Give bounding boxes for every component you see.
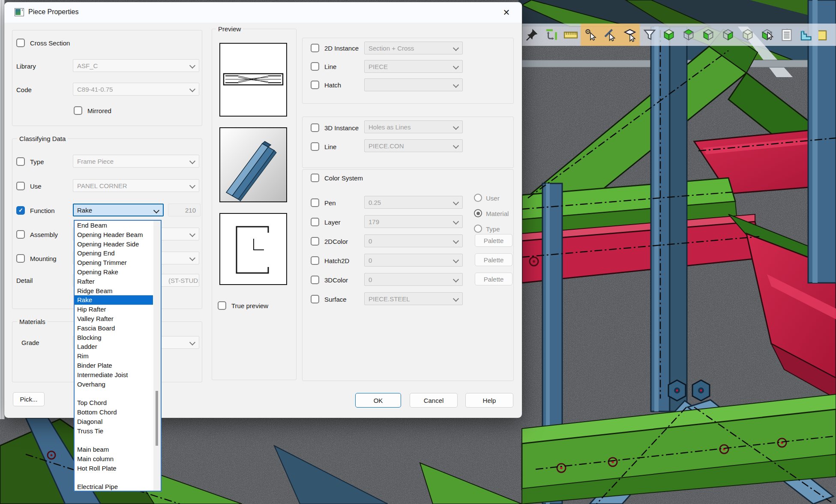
function-option[interactable]: Ridge Beam — [75, 286, 153, 296]
cancel-button[interactable]: Cancel — [410, 393, 458, 408]
palette-3dcolor-button[interactable]: Palette — [475, 273, 512, 285]
function-option[interactable]: Diagonal — [75, 417, 153, 426]
3dcolor-select[interactable]: 0 — [364, 273, 463, 286]
hatch-checkbox[interactable] — [311, 81, 319, 89]
type-select[interactable]: Frame Piece — [73, 155, 199, 168]
clipped-tool-icon[interactable] — [816, 24, 836, 46]
function-option[interactable] — [75, 473, 153, 483]
cube-top-icon[interactable] — [679, 24, 698, 46]
hatch2d-select[interactable]: 0 — [364, 254, 463, 267]
layer-checkbox[interactable] — [311, 218, 319, 226]
function-option[interactable] — [75, 435, 153, 445]
use-select[interactable]: PANEL CORNER — [73, 179, 199, 192]
library-select[interactable]: ASF_C — [73, 59, 199, 72]
function-option[interactable]: Opening Header Side — [75, 240, 153, 249]
pick-button[interactable]: Pick... — [13, 392, 45, 406]
function-option[interactable]: Binder Plate — [75, 361, 153, 370]
function-option[interactable]: Main beam — [75, 445, 153, 454]
ok-button[interactable]: OK — [355, 393, 401, 408]
3d-instance-select[interactable]: Holes as Lines — [364, 120, 463, 133]
line-3d-checkbox[interactable] — [311, 142, 319, 151]
function-option[interactable]: Opening End — [75, 249, 153, 258]
function-option[interactable]: Blocking — [75, 333, 153, 342]
function-option[interactable]: Fascia Board — [75, 324, 153, 333]
mounting-checkbox[interactable] — [16, 254, 25, 263]
mirrored-checkbox[interactable] — [74, 106, 82, 115]
2d-instance-checkbox[interactable] — [311, 44, 319, 52]
chevron-down-icon — [453, 143, 459, 149]
function-option[interactable]: Electrical Pipe — [75, 482, 153, 492]
type-radio-label: Type — [486, 225, 500, 233]
layer-select[interactable]: 179 — [364, 215, 463, 228]
report-icon[interactable] — [777, 24, 797, 46]
snap-plane-icon[interactable] — [620, 24, 640, 46]
cube-shaded-icon[interactable] — [738, 24, 758, 46]
function-option[interactable]: Opening Trimmer — [75, 258, 153, 267]
function-option[interactable]: Hip Rafter — [75, 305, 153, 314]
function-option[interactable]: Main column — [75, 454, 153, 464]
cube-solid-icon[interactable] — [659, 24, 679, 46]
function-option[interactable]: Hot Roll Plate — [75, 464, 153, 473]
function-option[interactable]: Truss Tie — [75, 426, 153, 436]
palette-2dcolor-button[interactable]: Palette — [475, 234, 512, 247]
surface-select[interactable]: PIECE.STEEL — [364, 292, 463, 305]
3d-instance-checkbox[interactable] — [311, 123, 319, 132]
snap-line-icon[interactable] — [600, 24, 620, 46]
function-option[interactable]: Opening Header Beam — [75, 230, 153, 240]
hatch-select[interactable] — [364, 78, 463, 91]
type-checkbox[interactable] — [16, 157, 25, 166]
function-option[interactable]: Rafter — [75, 277, 153, 286]
help-button[interactable]: Help — [465, 393, 513, 408]
surface-label: Surface — [324, 296, 347, 303]
function-option[interactable]: Top Chord — [75, 398, 153, 408]
steel-profile-icon[interactable] — [797, 24, 816, 46]
filter-icon[interactable] — [640, 24, 659, 46]
function-option[interactable]: Bottom Chord — [75, 408, 153, 417]
function-select[interactable]: Rake — [73, 204, 164, 216]
function-option[interactable]: Ladder — [75, 342, 153, 351]
cross-section-checkbox[interactable] — [16, 39, 25, 47]
2dcolor-checkbox[interactable] — [311, 237, 319, 246]
3dcolor-checkbox[interactable] — [311, 276, 319, 284]
line-2d-checkbox[interactable] — [311, 62, 319, 71]
pin-icon[interactable] — [522, 24, 542, 46]
dropdown-scrollbar[interactable] — [153, 221, 161, 491]
true-preview-checkbox[interactable] — [218, 301, 226, 310]
function-option[interactable]: Rake — [75, 295, 153, 305]
measure-move-icon[interactable] — [542, 24, 561, 46]
material-radio[interactable] — [474, 209, 482, 217]
function-option[interactable] — [75, 389, 153, 398]
function-option[interactable]: Valley Rafter — [75, 314, 153, 324]
cube-select-icon[interactable] — [758, 24, 777, 46]
cube-right-icon[interactable] — [718, 24, 738, 46]
ruler-icon[interactable] — [561, 24, 581, 46]
hatch2d-checkbox[interactable] — [311, 256, 319, 265]
user-radio[interactable] — [474, 194, 482, 202]
dialog-titlebar[interactable]: Piece Properties ✕ — [4, 2, 522, 23]
pen-checkbox[interactable] — [311, 198, 319, 207]
pen-select[interactable]: 0.25 — [364, 196, 463, 209]
line-3d-select[interactable]: PIECE.CON — [364, 139, 463, 152]
line-2d-select[interactable]: PIECE — [364, 60, 463, 73]
function-option[interactable]: Opening Rake — [75, 267, 153, 277]
function-option[interactable]: End Beam — [75, 221, 153, 230]
palette-hatch2d-button[interactable]: Palette — [475, 253, 512, 266]
function-dropdown-list[interactable]: End BeamOpening Header BeamOpening Heade… — [74, 220, 162, 492]
close-button[interactable]: ✕ — [497, 4, 516, 21]
snap-point-icon[interactable] — [581, 24, 600, 46]
code-select[interactable]: C89-41-0.75 — [73, 83, 199, 96]
2d-instance-select[interactable]: Section + Cross — [364, 42, 463, 54]
type-radio[interactable] — [474, 225, 482, 233]
assembly-checkbox[interactable] — [16, 230, 25, 239]
function-option[interactable]: Rim — [75, 351, 153, 361]
color-system-checkbox[interactable] — [311, 174, 319, 182]
2dcolor-select[interactable]: 0 — [364, 234, 463, 247]
use-checkbox[interactable] — [16, 182, 25, 190]
dropdown-scrollbar-thumb[interactable] — [156, 391, 158, 446]
function-checkbox[interactable] — [16, 206, 25, 215]
function-number-field[interactable]: 210 — [168, 204, 201, 216]
cube-left-icon[interactable] — [698, 24, 718, 46]
function-option[interactable]: Intermediate Joist — [75, 370, 153, 380]
function-option[interactable]: Overhang — [75, 380, 153, 389]
surface-checkbox[interactable] — [311, 295, 319, 303]
